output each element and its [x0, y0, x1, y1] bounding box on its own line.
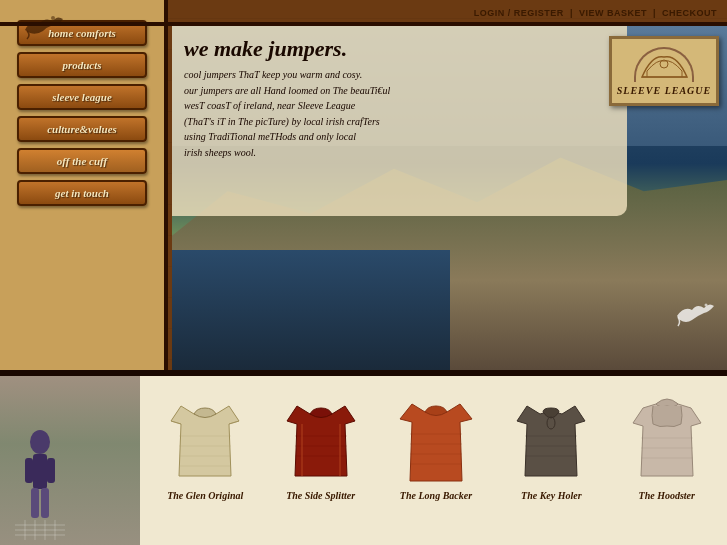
- product-key-holer: The Key Holer: [501, 386, 601, 501]
- product-hoodster: The Hoodster: [617, 386, 717, 501]
- hero-background: we make jumpers. cool jumpers ThaT keep …: [172, 26, 727, 370]
- checkout-link[interactable]: CHECKOUT: [662, 8, 717, 18]
- nav-get-in-touch[interactable]: get in touch: [17, 180, 147, 206]
- svg-rect-4: [33, 454, 47, 489]
- svg-point-3: [30, 430, 50, 454]
- product-side-splitter: The Side Splitter: [271, 386, 371, 501]
- hero-bird-decoration: [672, 298, 717, 340]
- product-img-glen: [161, 386, 249, 486]
- product-img-long: [392, 386, 480, 486]
- product-img-side: [277, 386, 365, 486]
- sep1: |: [570, 8, 573, 18]
- sidebar: home comforts products sleeve league cul…: [0, 0, 168, 380]
- hero-description: cool jumpers ThaT keep you warm and cosy…: [184, 67, 615, 160]
- hero-title: we make jumpers.: [184, 36, 615, 62]
- product-label-side: The Side Splitter: [286, 490, 355, 501]
- basket-link[interactable]: VIEW BASKET: [579, 8, 647, 18]
- sleeve-league-stamp: SLEEVE LEAGUE: [609, 36, 719, 106]
- mid-divider: [0, 370, 727, 376]
- product-label-key: The Key Holer: [521, 490, 582, 501]
- product-label-glen: The Glen Original: [167, 490, 243, 501]
- login-link[interactable]: LOGIN / REGISTER: [474, 8, 564, 18]
- product-img-key: [507, 386, 595, 486]
- svg-point-0: [51, 16, 55, 20]
- svg-rect-5: [25, 458, 33, 483]
- svg-rect-6: [47, 458, 55, 483]
- top-divider: [0, 22, 727, 26]
- product-img-hood: [623, 386, 711, 486]
- nav-culture-values[interactable]: culture&values: [17, 116, 147, 142]
- bottom-photo: [0, 376, 140, 545]
- svg-rect-7: [31, 488, 39, 518]
- stamp-text: SLEEVE LEAGUE: [617, 85, 711, 96]
- product-glen-original: The Glen Original: [155, 386, 255, 501]
- product-label-hood: The Hoodster: [639, 490, 695, 501]
- nav-off-the-cuff[interactable]: off the cuff: [17, 148, 147, 174]
- stamp-arch: [634, 47, 694, 82]
- top-bar: LOGIN / REGISTER | VIEW BASKET | CHECKOU…: [474, 8, 717, 18]
- sidebar-bird-decoration: [15, 5, 70, 54]
- svg-rect-8: [41, 488, 49, 518]
- svg-point-2: [705, 304, 708, 307]
- products-row: The Glen Original The Side: [150, 386, 722, 501]
- product-label-long: The Long Backer: [400, 490, 472, 501]
- cliff-water: [172, 250, 450, 370]
- nav-products[interactable]: products: [17, 52, 147, 78]
- hero-section: we make jumpers. cool jumpers ThaT keep …: [172, 26, 727, 370]
- products-section: The Glen Original The Side: [140, 376, 727, 501]
- product-long-backer: The Long Backer: [386, 386, 486, 501]
- nav-sleeve-league[interactable]: sleeve league: [17, 84, 147, 110]
- sep2: |: [653, 8, 656, 18]
- bottom-section: The Glen Original The Side: [0, 376, 727, 545]
